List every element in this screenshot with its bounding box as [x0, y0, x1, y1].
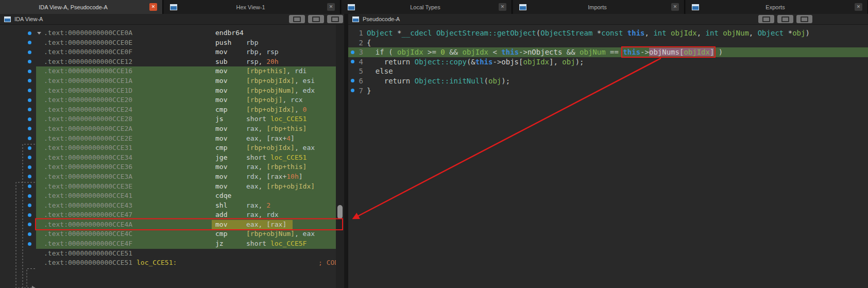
tab-exports[interactable]: Exports [686, 0, 868, 14]
asm-row[interactable]: .text:00000000000CCE0Aendbr64 [0, 28, 336, 38]
asm-row[interactable]: .text:00000000000CCE4Fjzshort loc_CCE5F [0, 239, 336, 249]
tab-label: Exports [699, 4, 852, 10]
tab-local-types[interactable]: Local Types [342, 0, 512, 14]
breakpoint-dot[interactable] [28, 213, 31, 217]
asm-row[interactable]: .text:00000000000CCE24cmp[rbp+objIdx], 0 [0, 105, 336, 115]
pseudocode-line[interactable]: 7} [348, 86, 868, 96]
asm-row[interactable]: .text:00000000000CCE2Emoveax, [rax+4] [0, 134, 336, 144]
asm-row[interactable]: .text:00000000000CCE36movrax, [rbp+this] [0, 162, 336, 172]
tab-label: IDA View-A, Pseudocode-A [0, 4, 146, 10]
local-types-icon [348, 4, 355, 10]
breakpoint-dot[interactable] [28, 50, 31, 54]
breakpoint-dot[interactable] [28, 194, 31, 198]
breakpoint-dot[interactable] [28, 108, 31, 111]
asm-row[interactable]: .text:00000000000CCE3Amovrdx, [rax+10h] [0, 172, 336, 182]
close-icon[interactable] [149, 3, 157, 11]
panel-maximize-button[interactable] [777, 15, 793, 23]
collapse-arrow-icon[interactable] [37, 32, 41, 35]
asm-row[interactable]: .text:00000000000CCE47addrax, rdx [0, 210, 336, 220]
breakpoint-dot[interactable] [28, 204, 31, 207]
asm-row[interactable]: .text:00000000000CCE28jsshort loc_CCE51 [0, 114, 336, 124]
scrollbar-thumb[interactable] [337, 205, 343, 219]
breakpoint-dot[interactable] [28, 184, 31, 188]
asm-row[interactable]: .text:00000000000CCE4Ccmp[rbp+objNum], e… [0, 229, 336, 239]
pseudocode-view: 1Object *__cdecl ObjectStream::getObject… [348, 25, 868, 288]
asm-row[interactable]: .text:00000000000CCE34jgeshort loc_CCE51 [0, 153, 336, 163]
pseudocode-icon [352, 16, 359, 22]
breakpoint-dot[interactable] [28, 156, 31, 159]
ida-view-icon [4, 16, 11, 22]
close-icon[interactable] [327, 3, 335, 11]
breakpoint-dot[interactable] [28, 175, 31, 178]
imports-icon [519, 4, 526, 10]
breakpoint-dot[interactable] [28, 242, 31, 246]
asm-row[interactable]: .text:00000000000CCE3Emoveax, [rbp+objId… [0, 182, 336, 192]
breakpoint-dot[interactable] [28, 70, 31, 73]
close-icon[interactable] [499, 3, 506, 11]
asm-row[interactable]: .text:00000000000CCE12subrsp, 20h [0, 57, 336, 67]
pseudocode-line[interactable]: 4 return Object::copy(&this->objs[objIdx… [348, 57, 868, 67]
breakpoint-dot[interactable] [28, 79, 31, 82]
breakpoint-dot[interactable] [28, 146, 31, 150]
asm-row[interactable]: .text:00000000000CCE16mov[rbp+this], rdi [0, 66, 336, 76]
tab-ida-view-pseudocode[interactable]: IDA View-A, Pseudocode-A [0, 0, 163, 14]
xref-comment: ; COD [318, 258, 336, 268]
asm-row[interactable]: .text:00000000000CCE1Amov[rbp+objIdx], e… [0, 76, 336, 86]
panel-close-button[interactable] [796, 15, 812, 23]
panel-close-button[interactable] [327, 15, 343, 23]
asm-row-label[interactable]: .text:00000000000CCE51 loc_CCE51:; COD [0, 258, 336, 268]
breakpoint-dot[interactable] [351, 89, 354, 92]
breakpoint-dot[interactable] [28, 117, 31, 121]
asm-row[interactable]: .text:00000000000CCE31cmp[rbp+objIdx], e… [0, 143, 336, 153]
pseudocode-line-current[interactable]: 3 if ( objIdx >= 0 && objIdx < this->nOb… [348, 47, 868, 57]
asm-row[interactable]: .text:00000000000CCE1Dmov[rbp+objNum], e… [0, 86, 336, 96]
panel-maximize-button[interactable] [308, 15, 324, 23]
breakpoint-dot[interactable] [28, 165, 31, 169]
tab-label: Imports [526, 4, 668, 10]
breakpoint-dot[interactable] [28, 60, 31, 63]
asm-row[interactable]: .text:00000000000CCE2Amovrax, [rbp+this] [0, 124, 336, 134]
tab-label: Local Types [355, 4, 496, 10]
close-icon[interactable] [855, 3, 862, 11]
asm-row[interactable]: .text:00000000000CCE0Fmovrbp, rsp [0, 47, 336, 57]
breakpoint-dot[interactable] [28, 41, 31, 44]
asm-row[interactable]: .text:00000000000CCE20mov[rbp+obj], rcx [0, 95, 336, 105]
breakpoint-dot[interactable] [28, 137, 31, 140]
panel-dock-button[interactable] [758, 15, 774, 23]
pseudocode-line[interactable]: 5 else [348, 66, 868, 76]
pseudocode-line[interactable]: 6 return Object::initNull(obj); [348, 76, 868, 86]
pseudocode-line[interactable]: 1Object *__cdecl ObjectStream::getObject… [348, 28, 868, 38]
pseudocode-line[interactable]: 2{ [348, 38, 868, 48]
tab-label: Hex View-1 [177, 4, 324, 10]
disasm-scrollbar[interactable] [336, 25, 344, 288]
panel-splitter[interactable] [344, 14, 348, 288]
asm-row-current[interactable]: .text:00000000000CCE4Amoveax, [rax] [0, 220, 336, 230]
asm-row[interactable]: .text:00000000000CCE43shlrax, 2 [0, 201, 336, 211]
breakpoint-dot[interactable] [28, 232, 31, 236]
ida-view-title-bar[interactable]: IDA View-A [0, 14, 346, 25]
asm-row[interactable]: .text:00000000000CCE41cdqe [0, 191, 336, 201]
exports-icon [692, 4, 699, 10]
asm-row[interactable]: .text:00000000000CCE0Epushrbp [0, 38, 336, 48]
tab-bar: IDA View-A, Pseudocode-A Hex View-1 Loca… [0, 0, 868, 14]
breakpoint-dot[interactable] [28, 98, 31, 102]
breakpoint-dot[interactable] [351, 50, 354, 54]
panel-title: Pseudocode-A [363, 16, 400, 22]
hex-view-icon [170, 4, 177, 10]
disassembly-view: .text:00000000000CCE0Aendbr64 .text:0000… [0, 25, 344, 288]
pseudocode-title-bar[interactable]: Pseudocode-A [348, 14, 868, 25]
breakpoint-dot[interactable] [28, 89, 31, 92]
tab-imports[interactable]: Imports [513, 0, 685, 14]
close-icon[interactable] [671, 3, 679, 11]
asm-row[interactable]: .text:00000000000CCE51 [0, 249, 336, 259]
panel-dock-button[interactable] [289, 15, 305, 23]
breakpoint-dot[interactable] [28, 223, 31, 226]
panel-title: IDA View-A [14, 16, 43, 22]
ida-window: IDA View-A, Pseudocode-A Hex View-1 Loca… [0, 0, 868, 288]
breakpoint-dot[interactable] [28, 31, 31, 35]
tab-hex-view[interactable]: Hex View-1 [164, 0, 341, 14]
breakpoint-dot[interactable] [28, 127, 31, 130]
